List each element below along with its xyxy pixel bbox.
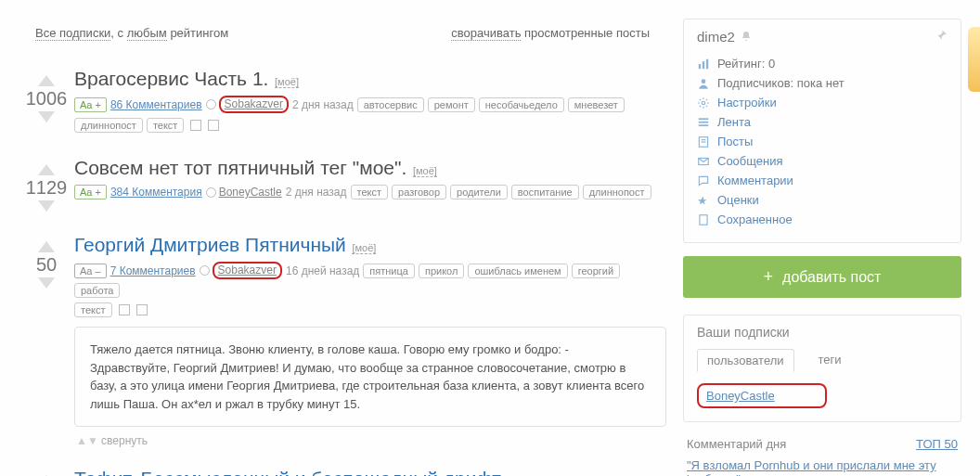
tag[interactable]: несобачьедело	[479, 97, 564, 112]
tag[interactable]: текст	[351, 185, 389, 199]
subscriptions-card: Ваши подписки пользователи теги BoneyCas…	[683, 315, 961, 422]
filter-all-subs[interactable]: Все подписки	[35, 26, 110, 41]
subscription-link[interactable]: BoneyCastle	[706, 389, 775, 403]
tag[interactable]: текст	[147, 118, 185, 133]
post-title[interactable]: Врагосервис Часть 1.	[74, 68, 268, 89]
user-icon	[206, 99, 216, 109]
tag[interactable]: георгий	[572, 264, 620, 278]
post: 21 Тафит. Бессмысленный и беспощадный др…	[19, 468, 666, 476]
tag[interactable]: работа	[74, 283, 120, 298]
svg-point-4	[702, 101, 705, 105]
author: Sobakazver	[206, 96, 289, 113]
author: BoneyCastle	[206, 186, 282, 199]
filter-rating-any[interactable]: любым	[127, 26, 167, 41]
upvote-button[interactable]	[38, 164, 55, 175]
font-size-toggle[interactable]: Aa +	[74, 97, 107, 112]
svg-rect-6	[699, 121, 709, 122]
save-icon[interactable]	[119, 304, 130, 315]
filter-collapse[interactable]: сворачивать	[451, 26, 521, 41]
subs-tab-users[interactable]: пользователи	[697, 349, 794, 372]
svg-rect-7	[699, 124, 709, 126]
svg-point-3	[702, 79, 706, 84]
avatar[interactable]	[968, 27, 980, 92]
post-title[interactable]: Георгий Дмитриев Пятничный	[74, 234, 346, 255]
comments-link[interactable]: 384 Комментария	[110, 186, 202, 199]
tag[interactable]: разговор	[392, 185, 446, 199]
tag[interactable]: автосервис	[357, 97, 424, 112]
author: Sobakazver	[200, 262, 282, 279]
font-size-toggle[interactable]: Aa +	[74, 185, 107, 199]
font-size-toggle[interactable]: Aa –	[74, 264, 107, 278]
link-feed[interactable]: Лента	[697, 112, 948, 132]
add-post-button[interactable]: +добавить пост	[683, 256, 961, 298]
pin-icon[interactable]	[935, 29, 948, 45]
plus-icon: +	[764, 267, 774, 286]
my-tag[interactable]: [моё]	[413, 165, 437, 177]
post-excerpt: Тяжело дается пятница. Звоню клиенту, в …	[74, 327, 666, 427]
post-title[interactable]: Совсем нет тот пятничный тег "мое".	[74, 157, 406, 178]
expand-icon[interactable]	[136, 304, 148, 315]
upvote-button[interactable]	[38, 75, 55, 86]
post: 1006 Врагосервис Часть 1. [моё]Aa +86 Ко…	[19, 68, 666, 136]
tag[interactable]: ремонт	[428, 97, 475, 112]
upvote-button[interactable]	[38, 241, 55, 252]
bell-icon[interactable]	[741, 29, 752, 45]
vote-score: 1129	[19, 177, 74, 199]
author-link[interactable]: Sobakazver	[218, 264, 277, 277]
svg-rect-5	[699, 118, 709, 120]
vote-score: 50	[19, 254, 74, 276]
link-ratings[interactable]: Оценки	[697, 190, 948, 210]
my-tag[interactable]: [моё]	[275, 76, 299, 88]
save-icon[interactable]	[190, 120, 201, 131]
subs-tab-tags[interactable]: теги	[809, 349, 851, 372]
user-icon	[206, 187, 216, 198]
link-messages[interactable]: Сообщения	[697, 151, 948, 171]
svg-rect-2	[706, 58, 708, 69]
author-link[interactable]: BoneyCastle	[219, 186, 282, 199]
link-comments[interactable]: Комментарии	[697, 171, 948, 190]
comments-link[interactable]: 86 Комментариев	[110, 98, 202, 111]
cod-title: Комментарий дня	[687, 437, 786, 451]
svg-rect-1	[703, 61, 704, 69]
my-tag[interactable]: [моё]	[352, 242, 376, 254]
expand-icon[interactable]	[208, 120, 219, 131]
post-time: 2 дня назад	[292, 98, 354, 111]
collapse-button[interactable]: ▲▼ свернуть	[76, 434, 666, 447]
tag[interactable]: пятница	[363, 264, 415, 278]
comments-link[interactable]: 7 Комментариев	[110, 264, 196, 277]
post: 50 Георгий Дмитриев Пятничный [моё]Aa –7…	[19, 234, 666, 447]
tag[interactable]: длиннопост	[74, 118, 143, 133]
sidebar: dime2 Рейтинг: 0 Подписчиков: пока нет Н…	[683, 19, 961, 476]
tag[interactable]: воспитание	[511, 185, 579, 199]
user-subscribers: Подписчиков: пока нет	[697, 73, 948, 93]
vote-score: 1006	[19, 88, 74, 109]
author-link[interactable]: Sobakazver	[225, 97, 283, 110]
cod-link[interactable]: "Я взломал Pornhub и они прислали мне эт…	[683, 458, 936, 476]
link-saved[interactable]: Сохраненное	[697, 210, 948, 229]
tag[interactable]: мневезет	[568, 97, 625, 112]
tag[interactable]: текст	[74, 302, 112, 317]
post: 1129 Совсем нет тот пятничный тег "мое".…	[19, 157, 666, 213]
user-rating: Рейтинг: 0	[697, 54, 948, 73]
tag[interactable]: прикол	[419, 264, 464, 278]
link-settings[interactable]: Настройки	[697, 93, 948, 112]
downvote-button[interactable]	[38, 111, 55, 122]
username[interactable]: dime2	[697, 29, 735, 45]
subs-title: Ваши подписки	[697, 325, 948, 340]
post-title[interactable]: Тафит. Бессмысленный и беспощадный дрифт…	[74, 468, 504, 476]
tag[interactable]: длиннопост	[583, 185, 651, 199]
user-icon	[200, 265, 210, 276]
tag[interactable]: ошиблась именем	[468, 264, 567, 278]
svg-rect-12	[700, 214, 707, 225]
main-feed: Все подписки, с любым рейтингом сворачив…	[19, 19, 666, 476]
tag[interactable]: родители	[450, 185, 508, 199]
downvote-button[interactable]	[38, 277, 55, 289]
user-card: dime2 Рейтинг: 0 Подписчиков: пока нет Н…	[683, 19, 961, 243]
svg-rect-0	[699, 64, 701, 69]
cod-top-link[interactable]: ТОП 50	[916, 437, 958, 451]
post-time: 2 дня назад	[286, 186, 347, 199]
downvote-button[interactable]	[38, 200, 55, 212]
filter-bar: Все подписки, с любым рейтингом сворачив…	[19, 19, 666, 47]
post-time: 16 дней назад	[286, 264, 359, 277]
link-posts[interactable]: Посты	[697, 132, 948, 151]
